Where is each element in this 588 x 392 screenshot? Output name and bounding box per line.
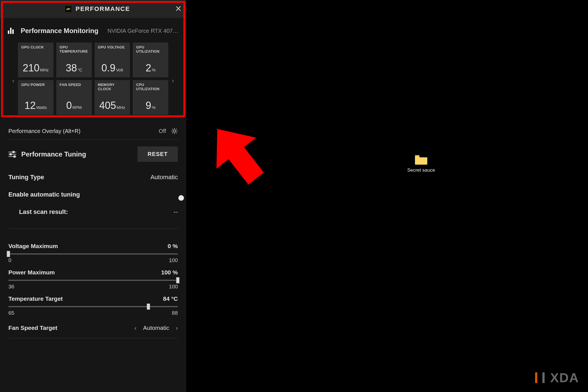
tile-gpu-utilization[interactable]: GPU UTILIZATION 2% (133, 43, 168, 77)
tile-value: 0 (66, 100, 72, 111)
power-thumb[interactable] (176, 277, 179, 283)
slider-value: 100 % (161, 269, 178, 276)
monitoring-header: Performance Monitoring NVIDIA GeForce RT… (0, 18, 186, 43)
tile-unit: Volt (116, 67, 123, 72)
tile-gpu-voltage[interactable]: GPU VOLTAGE 0.9Volt (95, 43, 130, 77)
folder-icon (414, 154, 428, 165)
slider-max: 100 (169, 284, 178, 290)
gpu-name: NVIDIA GeForce RTX 407… (108, 28, 178, 34)
temperature-track[interactable] (8, 306, 178, 307)
svg-line-8 (176, 132, 177, 133)
last-scan-label: Last scan result: (8, 208, 68, 216)
tile-label: FAN SPEED (60, 83, 88, 87)
fan-prev-button[interactable]: ‹ (134, 325, 136, 331)
xda-watermark: XDA (533, 370, 579, 385)
tile-label: GPU UTILIZATION (136, 45, 165, 54)
tile-value: 2 (146, 62, 151, 74)
slider-label: Temperature Target (8, 295, 63, 302)
bars-icon (8, 28, 16, 34)
svg-line-9 (176, 129, 177, 130)
tuning-type-row[interactable]: Tuning Type Automatic (0, 169, 186, 186)
panel-header: PERFORMANCE (0, 0, 186, 18)
close-icon (176, 6, 181, 11)
slider-label: Voltage Maximum (8, 243, 58, 249)
tile-value: 405 (99, 100, 116, 111)
slider-value: 0 % (168, 243, 178, 249)
voltage-slider: Voltage Maximum 0 % 0 100 (0, 239, 186, 265)
tile-gpu-clock[interactable]: GPU CLOCK 210MHz (18, 43, 53, 77)
desktop-folder-label: Secret sauce (404, 167, 438, 173)
tile-unit: Watts (36, 105, 47, 110)
svg-marker-0 (202, 119, 274, 192)
slider-min: 36 (8, 284, 14, 290)
temperature-thumb[interactable] (147, 304, 150, 310)
tile-unit: % (152, 105, 155, 110)
tile-value: 210 (23, 62, 39, 74)
carousel-prev-button[interactable]: ‹ (11, 76, 16, 86)
svg-line-10 (172, 132, 173, 133)
tile-label: GPU CLOCK (21, 45, 50, 50)
tiles-carousel: ‹ › GPU CLOCK 210MHz GPU TEMPERATURE 38°… (0, 43, 186, 124)
tuning-header: Performance Tuning RESET (0, 140, 186, 169)
fan-speed-row: Fan Speed Target ‹ Automatic › (0, 318, 186, 338)
auto-tuning-label: Enable automatic tuning (8, 191, 80, 198)
carousel-next-button[interactable]: › (170, 76, 176, 86)
slider-min: 0 (8, 257, 11, 263)
fan-next-button[interactable]: › (176, 325, 178, 331)
fan-speed-value: Automatic (143, 325, 169, 331)
panel-title: PERFORMANCE (76, 5, 130, 13)
fan-speed-label: Fan Speed Target (8, 325, 57, 331)
tile-value: 38 (66, 62, 77, 74)
tuning-type-value: Automatic (150, 174, 178, 181)
svg-line-7 (172, 129, 173, 130)
sliders-icon (8, 151, 16, 157)
tile-value: 12 (24, 100, 36, 111)
monitoring-title: Performance Monitoring (21, 27, 98, 35)
last-scan-value: -- (174, 208, 178, 216)
svg-point-2 (173, 130, 176, 132)
power-track[interactable] (8, 280, 178, 281)
divider (8, 338, 178, 338)
tile-label: CPU UTILIZATION (136, 83, 165, 91)
performance-panel: PERFORMANCE Performance Monitoring NVIDI… (0, 0, 186, 392)
tile-unit: MHz (117, 105, 125, 110)
divider (8, 228, 178, 229)
slider-value: 84 °C (163, 295, 178, 302)
tile-value: 0.9 (101, 62, 115, 74)
tile-unit: % (152, 67, 155, 72)
voltage-track[interactable] (8, 253, 178, 255)
tile-unit: °C (78, 67, 82, 72)
tile-cpu-utilization[interactable]: CPU UTILIZATION 9% (133, 80, 168, 115)
slider-min: 65 (8, 310, 14, 316)
tile-memory-clock[interactable]: MEMORY CLOCK 405MHz (95, 80, 130, 115)
power-slider: Power Maximum 100 % 36 100 (0, 265, 186, 291)
tile-label: MEMORY CLOCK (98, 83, 127, 91)
tile-gpu-temperature[interactable]: GPU TEMPERATURE 38°C (56, 43, 92, 77)
tuning-title: Performance Tuning (21, 150, 86, 158)
desktop-folder[interactable]: Secret sauce (404, 154, 438, 173)
overlay-state: Off (159, 128, 166, 134)
auto-tuning-row: Enable automatic tuning (0, 186, 186, 203)
tile-value: 9 (146, 100, 151, 111)
xda-text: XDA (550, 370, 579, 385)
voltage-thumb[interactable] (7, 251, 10, 257)
tile-fan-speed[interactable]: FAN SPEED 0RPM (56, 80, 92, 115)
nvidia-logo-icon (65, 6, 72, 12)
close-button[interactable] (176, 5, 181, 13)
tile-label: GPU TEMPERATURE (60, 45, 88, 54)
slider-max: 88 (172, 310, 178, 316)
overlay-settings-button[interactable] (171, 128, 178, 134)
reset-button[interactable]: RESET (137, 146, 178, 162)
slider-max: 100 (169, 257, 178, 263)
annotation-arrow (202, 119, 274, 192)
tile-unit: RPM (72, 105, 81, 110)
last-scan-row: Last scan result: -- (0, 203, 186, 221)
temperature-slider: Temperature Target 84 °C 65 88 (0, 291, 186, 318)
tile-gpu-power[interactable]: GPU POWER 12Watts (18, 80, 53, 115)
metric-tiles: GPU CLOCK 210MHz GPU TEMPERATURE 38°C GP… (18, 43, 168, 115)
tuning-type-label: Tuning Type (8, 174, 44, 181)
tile-label: GPU VOLTAGE (98, 45, 127, 50)
slider-label: Power Maximum (8, 269, 55, 276)
tile-label: GPU POWER (21, 83, 50, 87)
xda-logo-icon (533, 371, 546, 384)
